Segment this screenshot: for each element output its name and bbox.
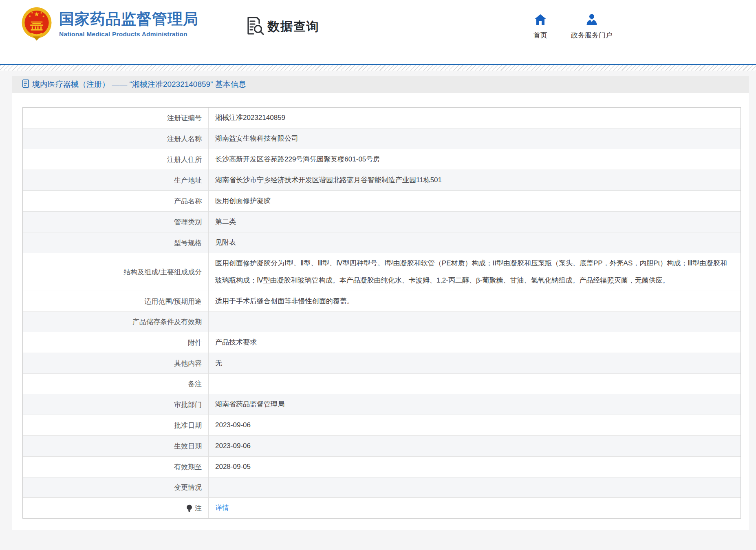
row-value: 湖南益安生物科技有限公司: [208, 128, 741, 149]
row-value-text: 湖南省长沙市宁乡经济技术开发区谐园北路蓝月谷智能制造产业园11栋501: [215, 172, 442, 189]
row-label: 型号规格: [23, 232, 208, 253]
row-value: 2023-09-06: [208, 436, 741, 456]
row-label-text: 注册人住所: [167, 155, 202, 164]
registration-info-table: 注册证编号 湘械注准20232140859 注册人名称 湖南益安生物科技有限公司: [22, 107, 741, 519]
row-value: 第二类: [208, 212, 741, 232]
table-row: 产品储存条件及有效期: [23, 311, 741, 332]
table-row: 生效日期 2023-09-06: [23, 435, 741, 456]
row-value: 2023-09-06: [208, 415, 741, 435]
table-row: 审批部门 湖南省药品监督管理局: [23, 394, 741, 415]
row-value: 湖南省长沙市宁乡经济技术开发区谐园北路蓝月谷智能制造产业园11栋501: [208, 170, 741, 190]
row-value: [208, 374, 741, 394]
nav-service-portal-label: 政务服务门户: [571, 31, 613, 40]
panel-titlebar: 境内医疗器械（注册） —— “湘械注准20232140859” 基本信息: [12, 76, 749, 93]
nav-home[interactable]: 首页: [533, 14, 547, 40]
row-value-text: 湘械注准20232140859: [215, 109, 285, 126]
row-label-text: 变更情况: [174, 483, 202, 492]
document-icon: [22, 80, 29, 89]
user-icon: [586, 14, 598, 27]
row-value: 2028-09-05: [208, 457, 741, 477]
row-label: 批准日期: [23, 415, 208, 435]
row-value: 湘械注准20232140859: [208, 108, 741, 128]
brand-title: 国家药品监督管理局: [59, 11, 198, 28]
hatch-stripe-band: [0, 65, 756, 71]
row-value: [208, 312, 741, 332]
row-label: 附件: [23, 332, 208, 353]
table-row: 注册人住所 长沙高新开发区谷苑路229号海凭园聚英楼601-05号房: [23, 149, 741, 170]
row-value: 医用创面修护凝胶: [208, 191, 741, 211]
row-label: 变更情况: [23, 477, 208, 497]
table-row: 生产地址 湖南省长沙市宁乡经济技术开发区谐园北路蓝月谷智能制造产业园11栋501: [23, 170, 741, 190]
table-row: 批准日期 2023-09-06: [23, 415, 741, 435]
home-icon: [534, 14, 547, 27]
row-label-text: 审批部门: [174, 400, 202, 409]
row-value: 见附表: [208, 232, 741, 253]
row-label-text: 有效期至: [174, 462, 202, 472]
table-row: 附件 产品技术要求: [23, 332, 741, 353]
table-row: 其他内容 无: [23, 353, 741, 373]
site-header: 国家药品监督管理局 National Medical Products Admi…: [0, 0, 756, 64]
row-value: 医用创面修护凝胶分为Ⅰ型、Ⅱ型、Ⅲ型、Ⅳ型四种型号。Ⅰ型由凝胶和软管（PE材质）…: [208, 253, 741, 291]
row-value-text: 医用创面修护凝胶: [215, 192, 271, 210]
row-value: [208, 477, 741, 497]
table-row: 注册人名称 湖南益安生物科技有限公司: [23, 128, 741, 149]
brand-subtitle: National Medical Products Administration: [59, 31, 198, 38]
row-value-text: 2028-09-05: [215, 458, 251, 475]
row-label-text: 结构及组成/主要组成成分: [123, 267, 202, 277]
row-value-text: 2023-09-06: [215, 437, 251, 455]
row-label-text: 备注: [188, 379, 202, 389]
row-label: 注册人住所: [23, 149, 208, 170]
row-value: 适用于手术后缝合创面等非慢性创面的覆盖。: [208, 291, 741, 311]
row-label: 注: [23, 498, 208, 518]
row-value-text: 医用创面修护凝胶分为Ⅰ型、Ⅱ型、Ⅲ型、Ⅳ型四种型号。Ⅰ型由凝胶和软管（PE材质）…: [215, 255, 731, 289]
row-label: 有效期至: [23, 457, 208, 477]
detail-panel: 境内医疗器械（注册） —— “湘械注准20232140859” 基本信息 注册证…: [12, 76, 749, 530]
row-label: 产品储存条件及有效期: [23, 312, 208, 332]
row-value-text: 适用于手术后缝合创面等非慢性创面的覆盖。: [215, 293, 354, 310]
row-value: 长沙高新开发区谷苑路229号海凭园聚英楼601-05号房: [208, 149, 741, 170]
row-label: 备注: [23, 374, 208, 394]
table-row: 变更情况: [23, 477, 741, 497]
row-label-text: 型号规格: [174, 238, 202, 247]
table-row: 有效期至 2028-09-05: [23, 456, 741, 477]
row-label-text: 批准日期: [174, 421, 202, 430]
table-row: 注 详情: [23, 497, 741, 518]
page-title: 境内医疗器械（注册） —— “湘械注准20232140859” 基本信息: [32, 79, 246, 90]
brand-logo[interactable]: 国家药品监督管理局 National Medical Products Admi…: [21, 7, 198, 42]
table-row: 型号规格 见附表: [23, 232, 741, 253]
table-row: 管理类别 第二类: [23, 211, 741, 232]
row-value-text: 见附表: [215, 234, 236, 251]
row-label-text: 注册证编号: [167, 113, 202, 123]
row-label: 产品名称: [23, 191, 208, 211]
row-value-text: 产品技术要求: [215, 334, 257, 351]
row-label: 结构及组成/主要组成成分: [23, 253, 208, 291]
national-emblem-icon: [21, 7, 52, 42]
nav-service-portal[interactable]: 政务服务门户: [571, 14, 613, 40]
detail-link[interactable]: 详情: [215, 499, 229, 517]
row-label-text: 附件: [188, 338, 202, 347]
row-value: 湖南省药品监督管理局: [208, 394, 741, 415]
row-label: 生产地址: [23, 170, 208, 190]
table-row: 产品名称 医用创面修护凝胶: [23, 190, 741, 211]
document-search-icon: [247, 16, 264, 37]
top-nav: 首页 政务服务门户: [533, 14, 613, 40]
nav-home-label: 首页: [533, 31, 547, 40]
table-row: 备注: [23, 373, 741, 394]
row-label-text: 产品名称: [174, 197, 202, 206]
row-value-text: 湖南省药品监督管理局: [215, 396, 284, 413]
row-label: 其他内容: [23, 353, 208, 373]
row-label: 适用范围/预期用途: [23, 291, 208, 311]
row-value: 产品技术要求: [208, 332, 741, 353]
data-query-section[interactable]: 数据查询: [247, 16, 320, 37]
data-query-label: 数据查询: [267, 18, 320, 35]
row-label: 注册人名称: [23, 128, 208, 149]
row-label: 审批部门: [23, 394, 208, 415]
row-label-text: 注册人名称: [167, 134, 202, 144]
row-value-text: 第二类: [215, 213, 236, 230]
row-label-text: 生产地址: [174, 176, 202, 185]
row-label-text: 产品储存条件及有效期: [132, 317, 202, 327]
row-value-text: 2023-09-06: [215, 417, 251, 434]
row-label: 生效日期: [23, 436, 208, 456]
row-label: 管理类别: [23, 212, 208, 232]
row-label-text: 管理类别: [174, 217, 202, 227]
